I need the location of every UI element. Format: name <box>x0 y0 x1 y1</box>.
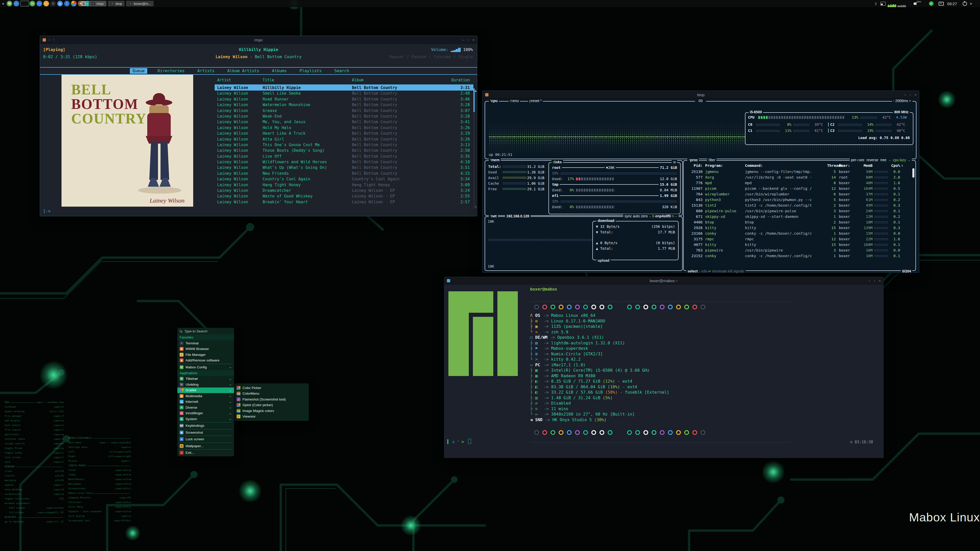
proc-row[interactable]: 11907 picom picom --backend glx --config… <box>684 186 913 191</box>
proc-signals-action[interactable]: signals <box>733 269 745 273</box>
queue-row[interactable]: Lainey Wilson New Friends Bell Bottom Co… <box>215 171 473 176</box>
maximize-button[interactable]: ▫ <box>910 93 911 97</box>
maximize-button[interactable]: ▫ <box>874 279 875 283</box>
launcher-icon[interactable]: ▱ <box>43 1 49 6</box>
queue-row[interactable]: Lainey Wilson What's Up (What's Going On… <box>215 165 473 170</box>
rmpc-titlebar[interactable]: ∷ ↑ rmpc – ▫ × <box>40 36 477 44</box>
proc-terminate-action[interactable]: terminate <box>712 269 727 273</box>
submenu-item[interactable]: ▲ Flameshot (Screenshot tool) <box>234 396 309 402</box>
submenu-item[interactable]: Color Picker <box>234 385 309 391</box>
launcher-icon[interactable] <box>71 1 76 6</box>
submenu-item[interactable]: Gpick (Color picker) <box>234 402 309 408</box>
minimize-button[interactable]: – <box>869 279 870 283</box>
menu-item[interactable]: ⌨ Keybindings <box>177 423 234 429</box>
scroll-up-icon[interactable]: ▲ <box>475 89 476 92</box>
window-shade-icon[interactable]: ↑ <box>53 38 55 41</box>
close-button[interactable]: × <box>473 38 474 42</box>
queue-row[interactable]: Lainey Wilson Waste of Good Whiskey Lain… <box>215 193 473 199</box>
task-button[interactable]: > rmpc <box>89 1 107 6</box>
menu-item[interactable]: Applications <box>177 370 234 376</box>
workspace-1-button[interactable]: 1 <box>81 0 86 7</box>
menu-item[interactable]: ✎ Utvikling → <box>177 382 234 387</box>
menu-search[interactable] <box>177 328 234 334</box>
proc-row[interactable]: 843 python3 python3 /usr/bin/phwmon.py -… <box>684 197 913 203</box>
menu-item[interactable]: ◉ Multimedia → <box>177 393 234 399</box>
places-icon[interactable]: ⋯ <box>14 1 19 6</box>
menu-item[interactable]: ▤ Innstillinger → <box>177 410 234 416</box>
proc-scrollbar[interactable] <box>912 168 915 178</box>
queue-row[interactable]: Lainey Wilson Me, You, and Jesus Bell Bo… <box>215 119 473 125</box>
submenu-item[interactable]: V Viewnior <box>234 414 309 420</box>
queue-row[interactable]: Lainey Wilson Live Off Bell Bottom Count… <box>215 154 473 159</box>
maximize-button[interactable]: ▫ <box>468 38 469 42</box>
clock[interactable]: 03:27 <box>947 0 957 7</box>
rmpc-tab[interactable]: Album Artists <box>225 68 262 74</box>
menu-item[interactable]: Favorites <box>177 334 234 340</box>
launcher-icon[interactable]: M <box>30 1 35 6</box>
window-menu-icon[interactable]: ∷ <box>48 38 51 41</box>
proc-row[interactable]: 3175 rmpc rmpc 12 boxer 22M 1.6 <box>684 236 913 242</box>
queue-scrollbar[interactable] <box>473 89 475 208</box>
queue-row[interactable]: Lainey Wilson Road Runner Bell Bottom Co… <box>215 97 473 102</box>
submenu-item[interactable]: Image Magick colors <box>234 408 309 414</box>
screenshot-tray-button[interactable] <box>939 0 944 7</box>
menu-item[interactable]: ▱ File Manager <box>177 352 234 358</box>
queue-row[interactable]: Lainey Wilson Grease Bell Bottom Country… <box>215 108 473 114</box>
queue-row[interactable]: Lainey Wilson Smell Like Smoke Bell Bott… <box>215 91 473 96</box>
queue-row[interactable]: Lainey Wilson Heart Like A Truck Bell Bo… <box>215 130 473 136</box>
submenu-item[interactable]: ColorMenu <box>234 391 309 397</box>
btop-preset-button[interactable]: preset * <box>528 99 543 103</box>
menu-item[interactable]: ◎ System → <box>177 416 234 422</box>
proc-reverse-toggle[interactable]: reverse <box>866 158 878 162</box>
proc-row[interactable]: 23152 conky conky -c /home/boxer/.config… <box>684 253 913 259</box>
rmpc-tab[interactable]: Artists <box>195 68 217 74</box>
workspace-2-label[interactable]: 2 <box>875 0 877 7</box>
btop-menu-button[interactable]: menu <box>509 99 520 103</box>
proc-tree-toggle[interactable]: tree <box>880 158 886 162</box>
power-button[interactable] <box>963 0 967 7</box>
queue-row[interactable]: Lainey Wilson This One's Gonna Cost Me B… <box>215 142 473 148</box>
proc-row[interactable]: 763 pipewire /usr/bin/pipewire 3 boxer 1… <box>684 248 913 253</box>
proc-info-action[interactable]: info <box>701 269 707 273</box>
queue-row[interactable]: Lainey Wilson Hold My Halo Bell Bottom C… <box>215 125 473 130</box>
proc-select-action[interactable]: select <box>687 269 698 273</box>
rmpc-tab[interactable]: Queue <box>130 68 147 74</box>
desktop-pager-thumbnail[interactable] <box>21 1 29 6</box>
queue-row[interactable]: Lainey Wilson Country's Cool Again Count… <box>215 176 473 182</box>
queue-row[interactable]: Lainey Wilson Watermelon Moonshine Bell … <box>215 102 473 108</box>
queue-row[interactable]: Lainey Wilson Hillbilly Hippie Bell Bott… <box>215 85 473 91</box>
launcher-icon[interactable]: > <box>50 1 56 6</box>
close-button[interactable]: × <box>915 93 916 97</box>
task-button[interactable]: > boxer@m... <box>126 1 153 6</box>
system-monitor-graphs[interactable] <box>888 0 906 8</box>
rmpc-tab[interactable]: Playlists <box>297 68 325 74</box>
scroll-down-icon[interactable]: ▼ <box>475 205 476 209</box>
menu-item[interactable]: > Terminal <box>177 340 234 346</box>
menu-item[interactable]: ✦ Diverse → <box>177 405 234 410</box>
minimize-button[interactable]: – <box>904 93 906 97</box>
proc-row[interactable]: 15136 tint2 tint2 -c /home/boxer/.config… <box>684 203 913 208</box>
menu-item[interactable]: ● Lock screen <box>177 437 234 442</box>
menu-item[interactable]: ○ Exit... <box>177 450 234 456</box>
shell-prompt[interactable]: ▍ ⌂ ~ > <box>447 439 471 444</box>
menu-item[interactable]: ❖ Tilbehør → <box>177 376 234 382</box>
sort-arrow-icon[interactable]: ↑ <box>901 164 904 168</box>
proc-percore-toggle[interactable]: per-core <box>851 158 864 162</box>
menu-item[interactable]: ◉ Screenshot <box>177 430 234 435</box>
launcher-icon[interactable]: ◍ <box>57 1 63 6</box>
queue-row[interactable]: Lainey Wilson Atta Girl Bell Bottom Coun… <box>215 137 473 142</box>
terminal-titlebar[interactable]: boxer@mabox:~ – ▫ × <box>444 277 883 284</box>
update-notifier[interactable]: ✓ <box>929 0 934 7</box>
search-input[interactable] <box>184 329 232 333</box>
menu-item[interactable]: ◉ WWW Browser <box>177 346 234 352</box>
rmpc-tab[interactable]: Albums <box>269 68 290 74</box>
panel-overflow-left[interactable]: « <box>2 0 4 7</box>
panel-overflow-right[interactable]: » <box>970 0 972 7</box>
queue-row[interactable]: Lainey Wilson Wildflowers and Wild Horse… <box>215 159 473 165</box>
volume-indicator[interactable]: 30% <box>914 0 922 7</box>
proc-filter-button[interactable]: filter <box>707 158 716 162</box>
proc-row[interactable]: 577 Xorg /usr/lib/Xorg :0 -seat seat0 - … <box>684 175 913 180</box>
menu-item[interactable]: M Mabox Config → <box>177 364 234 370</box>
tray-window-icon[interactable] <box>880 0 886 7</box>
queue-row[interactable]: Lainey Wilson Hang Tight Honey Hang Tigh… <box>215 182 473 188</box>
